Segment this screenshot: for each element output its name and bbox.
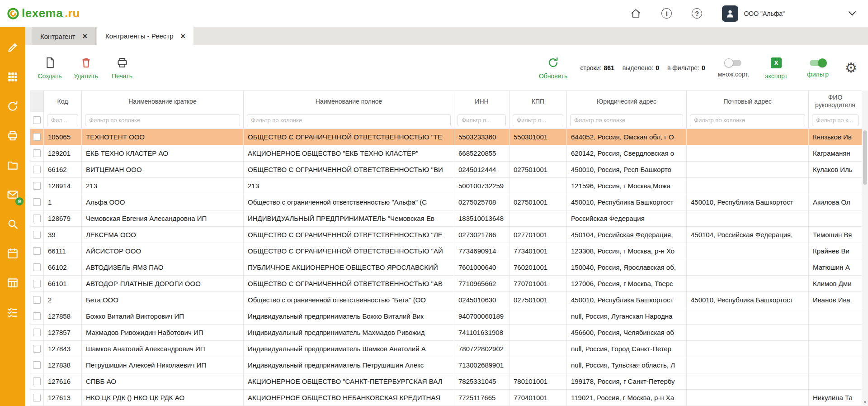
table-row[interactable]: 66162ВИТЦЕМАН ООООБЩЕСТВО С ОГРАНИЧЕННОЙ… <box>30 162 862 178</box>
close-icon[interactable]: × <box>83 32 88 40</box>
cell-full_name: АКЦИОНЕРНОЕ ОБЩЕСТВО "САНКТ-ПЕТЕРБУРГСКА… <box>244 373 454 389</box>
delete-button[interactable]: Удалить <box>71 57 100 80</box>
filter-input-inn[interactable] <box>458 115 506 126</box>
column-header-inn[interactable]: ИНН <box>454 91 509 112</box>
table-row[interactable]: 127858Божко Виталий Викторович ИПИндивид… <box>30 308 862 325</box>
table-row[interactable]: 127613НКО ЦК РДК () НКО ЦК РДК АОАКЦИОНЕ… <box>30 390 862 406</box>
cell-full_name: Индивидуальный предприниматель Божко Вит… <box>244 308 454 324</box>
sidebar-item-search[interactable] <box>6 219 19 231</box>
sidebar-item-sync[interactable] <box>6 101 19 114</box>
cell-code: 127613 <box>44 390 82 406</box>
settings-gear-icon[interactable]: ⚙ <box>845 61 857 75</box>
column-header-short_name[interactable]: Наименование краткое <box>82 91 244 112</box>
cell-director: Крайнев Ви <box>809 243 862 259</box>
table-row[interactable]: 127857Махмадов Ривожидин Наботович ИПИнд… <box>30 325 862 341</box>
row-checkbox[interactable] <box>33 345 41 353</box>
row-checkbox[interactable] <box>33 198 41 206</box>
table-row[interactable]: 2Бета ООООбщество с ограниченной ответст… <box>30 292 862 308</box>
row-checkbox[interactable] <box>33 361 41 369</box>
column-header-code[interactable]: Код <box>44 91 82 112</box>
row-checkbox[interactable] <box>33 133 41 141</box>
row-checkbox[interactable] <box>33 296 41 304</box>
column-header-postal_address[interactable]: Почтовый адрес <box>687 91 809 112</box>
select-all-checkbox[interactable] <box>33 116 41 124</box>
cell-director <box>809 373 862 389</box>
sidebar-item-checklist[interactable] <box>6 307 19 320</box>
table-row[interactable]: 128679Чемовская Евгения Алесандровна ИПИ… <box>30 210 862 227</box>
table-row[interactable]: 39ЛЕКСЕМА ООООБЩЕСТВО С ОГРАНИЧЕННОЙ ОТВ… <box>30 227 862 243</box>
info-icon[interactable]: i <box>661 8 672 19</box>
cell-code: 127858 <box>44 308 82 324</box>
create-button[interactable]: Создать <box>35 57 64 80</box>
tab-kontragenty-reestr[interactable]: Контрагенты - Реестр × <box>97 27 193 45</box>
refresh-button[interactable]: Обновить <box>539 57 568 80</box>
row-checkbox[interactable] <box>33 263 41 271</box>
tab-kontragent[interactable]: Контрагент × <box>32 27 96 45</box>
cell-short_name: Альфа ООО <box>82 194 244 210</box>
cell-kpp: 770701001 <box>509 276 567 291</box>
tab-label: Контрагент <box>40 33 75 40</box>
filter-input-postal_address[interactable] <box>690 115 805 126</box>
filter-input-code[interactable] <box>47 115 78 126</box>
scrollbar-thumb[interactable] <box>863 130 867 185</box>
row-checkbox[interactable] <box>33 329 41 336</box>
close-icon[interactable]: × <box>181 32 186 40</box>
sidebar-item-pencil[interactable] <box>6 42 19 55</box>
cell-kpp: 773401001 <box>509 243 567 259</box>
filter-input-director[interactable] <box>812 115 859 126</box>
row-checkbox-cell <box>30 357 44 373</box>
table-row[interactable]: 1Альфа ООООбщество с ограниченной ответс… <box>30 194 862 210</box>
selected-label: выделено: <box>623 64 653 72</box>
row-checkbox[interactable] <box>33 377 41 385</box>
row-checkbox[interactable] <box>33 280 41 287</box>
column-header-kpp[interactable]: КПП <box>509 91 567 112</box>
column-header-full_name[interactable]: Наименование полное <box>244 91 454 112</box>
sidebar-item-calendar[interactable] <box>6 248 19 261</box>
table-row[interactable]: 105065ТЕХНОТЕНТ ООООБЩЕСТВО С ОГРАНИЧЕНН… <box>30 129 862 145</box>
sidebar-item-table[interactable] <box>6 277 19 290</box>
table-row[interactable]: 66102АВТОДИЗЕЛЬ ЯМЗ ПАОПУБЛИЧНОЕ АКЦИОНЕ… <box>30 259 862 276</box>
row-checkbox[interactable] <box>33 312 41 320</box>
table-row[interactable]: 66111АЙСИСТОР ООООБЩЕСТВО С ОГРАНИЧЕННОЙ… <box>30 243 862 259</box>
sidebar-item-folder[interactable] <box>6 160 19 172</box>
row-checkbox[interactable] <box>33 231 41 239</box>
delete-label: Удалить <box>74 72 98 80</box>
chevron-down-icon[interactable] <box>848 11 856 16</box>
filter-input-legal_address[interactable] <box>570 115 683 126</box>
table-row[interactable]: 66101АВТОДОР-ПЛАТНЫЕ ДОРОГИ ООООБЩЕСТВО … <box>30 276 862 292</box>
table-row[interactable]: 127843Шамков Анатолий Александрович ИПИн… <box>30 341 862 357</box>
row-checkbox-cell <box>30 308 44 324</box>
print-label: Печать <box>112 72 132 80</box>
sidebar-item-modules[interactable] <box>6 72 19 84</box>
cell-short_name: 213 <box>82 178 244 194</box>
column-header-legal_address[interactable]: Юридический адрес <box>567 91 687 112</box>
sidebar-item-mail[interactable]: 9 <box>6 189 19 202</box>
filter-input-short_name[interactable] <box>85 115 240 126</box>
row-checkbox[interactable] <box>33 182 41 190</box>
multisort-toggle[interactable]: множ.сорт. <box>718 58 749 78</box>
print-button[interactable]: Печать <box>108 57 137 80</box>
sidebar-item-printer[interactable] <box>6 130 19 143</box>
column-header-director[interactable]: ФИО руководителя <box>809 91 862 112</box>
row-checkbox[interactable] <box>33 166 41 173</box>
export-button[interactable]: X экспорт <box>762 57 791 80</box>
checklist-icon <box>7 306 19 320</box>
row-checkbox[interactable] <box>33 215 41 222</box>
logo[interactable]: lexema.ru <box>6 6 80 20</box>
scroll-down-arrow[interactable]: ▼ <box>862 400 868 405</box>
vertical-scrollbar[interactable]: ▼ <box>862 91 868 406</box>
row-checkbox[interactable] <box>33 394 41 401</box>
table-row[interactable]: 129201ЕКБ ТЕХНО КЛАСТЕР АОАКЦИОНЕРНОЕ ОБ… <box>30 145 862 162</box>
user-menu[interactable]: ООО "Альфа" <box>722 5 785 22</box>
row-checkbox[interactable] <box>33 247 41 255</box>
filter-toggle[interactable]: фильтр <box>803 58 832 78</box>
help-icon[interactable]: ? <box>692 8 702 19</box>
table-row[interactable]: 127616СПВБ АОАКЦИОНЕРНОЕ ОБЩЕСТВО "САНКТ… <box>30 373 862 390</box>
table-row[interactable]: 128914213213500100732259121596, Россия, … <box>30 178 862 194</box>
filter-input-full_name[interactable] <box>247 115 451 126</box>
home-icon[interactable] <box>630 8 642 19</box>
cell-inn: 7601000640 <box>454 259 509 275</box>
filter-input-kpp[interactable] <box>513 115 563 126</box>
row-checkbox[interactable] <box>33 149 41 157</box>
table-row[interactable]: 127838Петрушишин Алексей Николаевич ИПИн… <box>30 357 862 373</box>
